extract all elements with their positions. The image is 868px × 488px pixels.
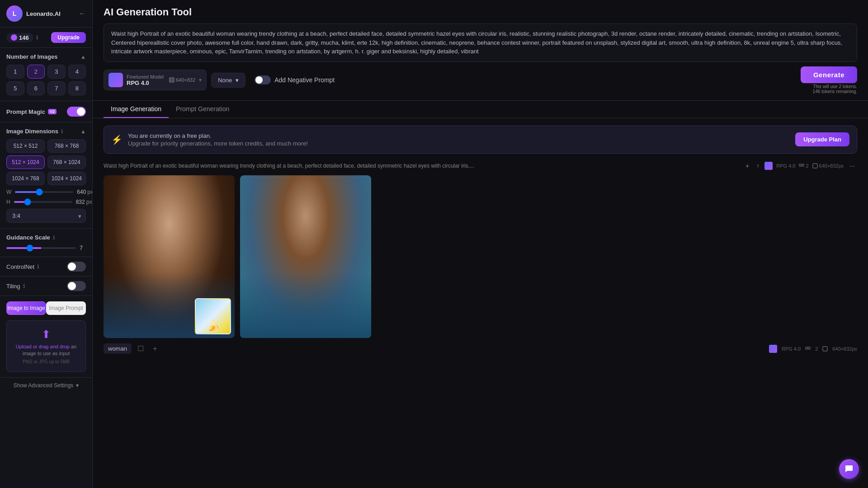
width-slider-row: W 640 px xyxy=(6,189,86,195)
num-btn-3[interactable]: 3 xyxy=(47,65,66,79)
main-content: AI Generation Tool Waist high Portrait o… xyxy=(93,0,868,488)
gen-more-btn[interactable]: ··· xyxy=(847,161,857,171)
count-icon xyxy=(799,163,804,169)
num-btn-1[interactable]: 1 xyxy=(6,65,24,79)
num-btn-6[interactable]: 6 xyxy=(27,81,45,95)
prompt-textarea[interactable]: Waist high Portrait of an exotic beautif… xyxy=(104,23,857,62)
show-advanced-chevron: ▾ xyxy=(76,382,79,389)
model-info: Finetuned Model RPG 4.0 xyxy=(127,74,164,86)
upgrade-banner: ⚡ You are currently on a free plan. Upgr… xyxy=(104,126,857,154)
bottom-plus-btn[interactable]: + xyxy=(150,343,160,354)
image-to-image-tab[interactable]: Image to Image xyxy=(6,301,46,315)
svg-rect-0 xyxy=(170,78,174,82)
guidance-title: Guidance Scale xyxy=(6,234,50,241)
gen-model-icon xyxy=(764,162,773,170)
width-slider[interactable] xyxy=(15,191,73,193)
num-btn-4[interactable]: 4 xyxy=(68,65,86,79)
num-btn-2[interactable]: 2 xyxy=(27,65,45,79)
show-advanced-text: Show Advanced Settings xyxy=(14,382,74,389)
dim-chevron-icon[interactable]: ▲ xyxy=(80,128,86,135)
controlnet-toggle[interactable] xyxy=(67,262,86,272)
height-value: 832 xyxy=(76,199,85,205)
aspect-ratio-select[interactable]: 3:4 1:1 4:3 16:9 xyxy=(6,209,86,223)
res-icon xyxy=(169,77,175,83)
bottom-meta: RPG 4.0 2 640×832px xyxy=(769,345,857,353)
num-btn-7[interactable]: 7 xyxy=(47,81,66,95)
dim-768x1024[interactable]: 768 × 1024 xyxy=(47,155,86,169)
generate-button[interactable]: Generate xyxy=(801,66,857,83)
generation-prompt-text: Waist high Portrait of an exotic beautif… xyxy=(104,163,739,169)
generate-note: This will use 2 tokens. 146 tokens remai… xyxy=(801,84,857,94)
gen-add-btn[interactable]: + xyxy=(743,161,751,171)
guidance-title-row: Guidance Scale ℹ xyxy=(6,234,55,241)
img-tab-row: Image to Image Image Prompt xyxy=(6,301,86,315)
back-icon[interactable]: ← xyxy=(79,9,86,18)
tiling-info-icon[interactable]: ℹ xyxy=(23,283,25,289)
token-number: 146 xyxy=(19,34,29,41)
sidebar-username: Leonardo.AI xyxy=(26,10,61,17)
controlnet-info-icon[interactable]: ℹ xyxy=(37,263,39,270)
res-meta-icon xyxy=(812,163,818,169)
section-title-with-info: Image Dimensions ℹ xyxy=(6,128,63,135)
dim-512x512[interactable]: 512 × 512 xyxy=(6,139,45,153)
bottom-model-name: RPG 4.0 xyxy=(782,346,801,352)
chat-icon xyxy=(844,465,854,474)
dim-1024x768[interactable]: 1024 × 768 xyxy=(6,172,45,185)
image-card-2[interactable] xyxy=(240,175,371,338)
width-value: 640 xyxy=(77,189,86,195)
negative-prompt-label: Add Negative Prompt xyxy=(274,76,335,84)
dim-768x768[interactable]: 768 × 768 xyxy=(47,139,86,153)
none-dropdown[interactable]: None ▾ xyxy=(211,73,245,88)
sidebar: L Leonardo.AI ← 146 ℹ Upgrade Number of … xyxy=(0,0,93,488)
upload-area[interactable]: ⬆ Upload or drag and drop an image to us… xyxy=(6,320,86,372)
controlnet-text: ControlNet xyxy=(6,263,34,270)
image-dim-title: Image Dimensions xyxy=(6,128,58,135)
height-slider-row: H 832 px xyxy=(6,199,86,205)
height-slider[interactable] xyxy=(14,201,72,203)
image-dimensions-section: Image Dimensions ℹ ▲ 512 × 512 768 × 768… xyxy=(0,122,92,229)
lightning-icon: ⚡ xyxy=(111,134,123,145)
show-advanced-row[interactable]: Show Advanced Settings ▾ xyxy=(0,378,92,393)
guidance-slider[interactable] xyxy=(6,247,76,249)
tiling-label: Tiling ℹ xyxy=(6,283,25,290)
image-card-1[interactable] xyxy=(104,175,235,338)
tab-prompt-generation[interactable]: Prompt Generation xyxy=(169,101,236,118)
bottom-count-icon xyxy=(805,346,811,352)
bottom-checkbox-btn[interactable]: ☐ xyxy=(135,343,146,354)
images-grid xyxy=(104,175,857,338)
upgrade-plan-button[interactable]: Upgrade Plan xyxy=(795,132,849,146)
dim-1024x1024[interactable]: 1024 × 1024 xyxy=(47,172,86,185)
tiling-toggle[interactable] xyxy=(67,281,86,291)
prompt-magic-toggle[interactable] xyxy=(67,107,86,117)
none-chevron-icon: ▾ xyxy=(236,77,239,84)
model-version: RPG 4.0 xyxy=(127,80,164,86)
avatar: L xyxy=(6,5,23,22)
negative-prompt-switch[interactable] xyxy=(255,75,271,84)
info-icon[interactable]: ℹ xyxy=(36,34,38,41)
image-prompt-tab[interactable]: Image Prompt xyxy=(46,301,86,315)
num-btn-8[interactable]: 8 xyxy=(68,81,86,95)
model-selector[interactable]: Finetuned Model RPG 4.0 640×832 ▾ xyxy=(104,70,207,90)
svg-rect-6 xyxy=(823,347,827,351)
chevron-up-icon[interactable]: ▲ xyxy=(80,54,86,60)
num-btn-5[interactable]: 5 xyxy=(6,81,24,95)
gen-up-btn[interactable]: ↑ xyxy=(754,161,762,171)
gen-res-item: 640×832px xyxy=(812,163,844,169)
prompt-magic-text: Prompt Magic xyxy=(6,108,45,115)
guidance-info-icon[interactable]: ℹ xyxy=(53,235,55,241)
img-to-img-section: Image to Image Image Prompt ⬆ Upload or … xyxy=(0,296,92,378)
banner-desc: Upgrade for priority generations, more t… xyxy=(128,140,795,147)
upgrade-button[interactable]: Upgrade xyxy=(51,32,86,43)
tab-image-generation[interactable]: Image Generation xyxy=(104,101,169,118)
model-resolution: 640×832 xyxy=(169,77,195,83)
chat-button[interactable] xyxy=(839,459,859,479)
bottom-prompt-row: woman ☐ + RPG 4.0 2 640×832px xyxy=(104,343,857,354)
section-title: Number of Images xyxy=(6,53,57,60)
dim-info-icon[interactable]: ℹ xyxy=(61,128,63,135)
svg-rect-5 xyxy=(808,347,810,349)
main-header: AI Generation Tool Waist high Portrait o… xyxy=(93,0,868,101)
dim-512x1024[interactable]: 512 × 1024 xyxy=(6,155,45,169)
token-icon xyxy=(11,34,17,41)
negative-prompt-toggle[interactable]: Add Negative Prompt xyxy=(250,73,339,87)
gen-model-text: RPG 4.0 xyxy=(776,163,795,169)
